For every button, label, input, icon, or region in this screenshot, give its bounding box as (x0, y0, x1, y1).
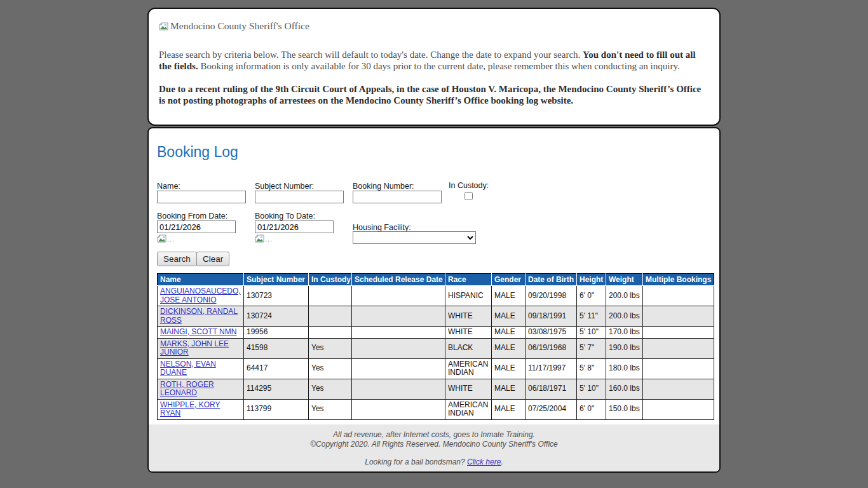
cell-scheduled-release-date (352, 338, 445, 358)
cell-scheduled-release-date (352, 286, 445, 306)
cell-race: BLACK (445, 338, 492, 358)
cell-in-custody: Yes (309, 399, 352, 419)
cell-in-custody: Yes (309, 338, 352, 358)
booking-to-date-label: Booking To Date: (255, 212, 315, 220)
name-label: Name: (157, 182, 180, 191)
calendar-to-button[interactable]: ... (255, 234, 273, 243)
cell-weight: 200.0 lbs (606, 286, 643, 306)
cell-race: HISPANIC (445, 286, 492, 306)
cell-subject-number: 130724 (244, 306, 309, 327)
booking-number-input[interactable] (353, 191, 442, 203)
inmate-name-link[interactable]: MAINGI, SCOTT NMN (160, 327, 236, 336)
col-header-subject-number: Subject Number (244, 274, 309, 286)
cell-date-of-birth: 06/18/1971 (526, 379, 577, 399)
cell-weight: 200.0 lbs (606, 306, 643, 327)
bondsman-link[interactable]: Click here (467, 458, 501, 466)
cell-race: AMERICAN INDIAN (445, 399, 492, 419)
name-input[interactable] (157, 191, 246, 203)
cell-subject-number: 19956 (244, 327, 309, 339)
cell-height: 5' 8" (577, 358, 606, 379)
inmate-name-link[interactable]: WHIPPLE, KORY RYAN (160, 400, 220, 418)
inmate-name-link[interactable]: NELSON, EVAN DUANE (160, 360, 216, 377)
col-header-race: Race (445, 274, 492, 286)
col-header-height: Height (577, 274, 606, 286)
booking-number-label: Booking Number: (353, 182, 414, 191)
inmate-name-link[interactable]: ROTH, ROGER LEONARD (160, 380, 214, 398)
cell-height: 5' 11" (577, 306, 606, 327)
bondsman-suffix: . (501, 458, 503, 466)
cell-weight: 170.0 lbs (606, 327, 643, 339)
cell-name: WHIPPLE, KORY RYAN (158, 399, 244, 419)
table-row: MAINGI, SCOTT NMN19956WHITEMALE03/08/197… (158, 327, 714, 339)
calendar-from-button[interactable]: ... (157, 234, 175, 243)
cell-gender: MALE (492, 327, 526, 339)
cell-date-of-birth: 03/08/1975 (526, 327, 577, 339)
cell-scheduled-release-date (352, 399, 445, 419)
housing-facility-select[interactable] (353, 231, 476, 244)
cell-gender: MALE (492, 286, 526, 306)
cell-weight: 150.0 lbs (606, 399, 643, 419)
cell-multiple-bookings (643, 399, 714, 419)
broken-image-icon (159, 22, 168, 30)
booking-from-date-input[interactable] (157, 220, 236, 233)
intro-text: Please search by criteria below. The sea… (159, 50, 583, 60)
broken-image-icon (255, 234, 264, 243)
cell-multiple-bookings (643, 338, 714, 358)
cell-subject-number: 41598 (244, 338, 309, 358)
intro-paragraph-1: Please search by criteria below. The sea… (159, 49, 709, 72)
cell-scheduled-release-date (352, 327, 445, 339)
inmate-name-link[interactable]: MARKS, JOHN LEE JUNIOR (160, 339, 229, 357)
search-button[interactable]: Search (157, 252, 197, 266)
cell-date-of-birth: 09/18/1991 (526, 306, 577, 327)
table-row: MARKS, JOHN LEE JUNIOR41598YesBLACKMALE0… (158, 338, 714, 358)
cell-gender: MALE (492, 338, 526, 358)
cell-multiple-bookings (643, 379, 714, 399)
inmate-name-link[interactable]: ANGUIANOSAUCEDO, JOSE ANTONIO (160, 287, 241, 304)
cell-height: 5' 10" (577, 379, 606, 399)
cell-name: MAINGI, SCOTT NMN (158, 327, 244, 339)
logo-alt-text: Mendocino County Sheriff's Office (170, 20, 309, 32)
cell-weight: 190.0 lbs (606, 338, 643, 358)
cell-race: AMERICAN INDIAN (445, 358, 492, 379)
cell-weight: 180.0 lbs (606, 358, 643, 379)
booking-to-date-input[interactable] (255, 220, 334, 233)
footer-revenue-text: All ad revenue, after Internet costs, go… (149, 430, 719, 440)
cell-subject-number: 130723 (244, 286, 309, 306)
footer-bondsman-line: Looking for a bail bondsman? Click here. (149, 458, 719, 467)
cell-race: WHITE (445, 306, 492, 327)
intro-text: Booking information is only available fo… (198, 61, 680, 71)
cell-in-custody (309, 286, 352, 306)
footer-copyright-text: ©Copyright 2020. All Rights Reserved. Me… (149, 440, 719, 449)
cell-subject-number: 114295 (244, 379, 309, 399)
cell-in-custody: Yes (309, 379, 352, 399)
booking-content: Booking Log Name: Subject Number: Bookin… (149, 128, 719, 424)
cell-name: NELSON, EVAN DUANE (158, 358, 244, 379)
broken-image-icon (157, 234, 166, 243)
inmate-name-link[interactable]: DICKINSON, RANDAL ROSS (160, 307, 238, 325)
table-row: ROTH, ROGER LEONARD114295YesWHITEMALE06/… (158, 379, 714, 399)
cell-gender: MALE (492, 306, 526, 327)
cell-name: ROTH, ROGER LEONARD (158, 379, 244, 399)
cell-scheduled-release-date (352, 306, 445, 327)
cell-multiple-bookings (643, 306, 714, 327)
booking-from-date-label: Booking From Date: (157, 212, 227, 220)
clear-button[interactable]: Clear (196, 252, 229, 266)
cell-multiple-bookings (643, 286, 714, 306)
in-custody-checkbox[interactable] (465, 192, 473, 200)
table-row: WHIPPLE, KORY RYAN113799YesAMERICAN INDI… (158, 399, 714, 419)
cell-subject-number: 64417 (244, 358, 309, 379)
table-row: ANGUIANOSAUCEDO, JOSE ANTONIO130723HISPA… (158, 286, 714, 306)
cell-date-of-birth: 11/17/1997 (526, 358, 577, 379)
col-header-in-custody: In Custody (309, 274, 352, 286)
col-header-weight: Weight (606, 274, 643, 286)
cell-scheduled-release-date (352, 358, 445, 379)
cell-height: 6' 0" (577, 399, 606, 419)
site-logo: Mendocino County Sheriff's Office (159, 20, 709, 32)
cell-name: MARKS, JOHN LEE JUNIOR (158, 338, 244, 358)
subject-number-input[interactable] (255, 191, 344, 203)
cell-height: 6' 0" (577, 286, 606, 306)
cell-multiple-bookings (643, 358, 714, 379)
table-row: DICKINSON, RANDAL ROSS130724WHITEMALE09/… (158, 306, 714, 327)
booking-results-table: Name Subject Number In Custody Scheduled… (157, 273, 714, 420)
cell-scheduled-release-date (352, 379, 445, 399)
